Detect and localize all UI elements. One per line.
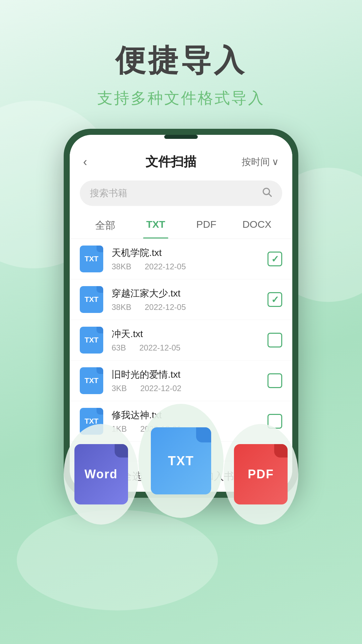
file-date: 2022-12-05 xyxy=(145,303,186,312)
tab-txt[interactable]: TXT xyxy=(130,213,181,238)
pdf-icon: PDF xyxy=(234,444,288,504)
file-checkbox[interactable]: ✓ xyxy=(267,252,282,266)
file-size: 38KB xyxy=(112,262,131,271)
checkmark-icon: ✓ xyxy=(271,294,279,305)
txt-icon: TXT xyxy=(151,427,211,494)
file-meta: 38KB 2022-12-05 xyxy=(112,262,267,271)
file-meta: 3KB 2022-12-02 xyxy=(112,384,267,393)
list-item[interactable]: TXT 冲天.txt 63B 2022-12-05 xyxy=(70,320,292,361)
file-icon-txt: TXT xyxy=(80,286,103,313)
file-info: 冲天.txt 63B 2022-12-05 xyxy=(112,328,267,353)
tab-docx[interactable]: DOCX xyxy=(232,213,282,238)
file-info: 穿越江家大少.txt 38KB 2022-12-05 xyxy=(112,287,267,312)
list-item[interactable]: TXT 穿越江家大少.txt 38KB 2022-12-05 ✓ xyxy=(70,279,292,320)
file-name: 冲天.txt xyxy=(112,328,267,340)
file-meta: 63B 2022-12-05 xyxy=(112,343,267,353)
file-size: 3KB xyxy=(112,384,127,393)
file-meta: 38KB 2022-12-05 xyxy=(112,303,267,312)
main-title: 便捷导入 xyxy=(0,40,362,81)
svg-line-1 xyxy=(269,194,271,196)
file-name: 穿越江家大少.txt xyxy=(112,287,267,300)
file-date: 2022-12-05 xyxy=(145,262,186,271)
file-icon-txt: TXT xyxy=(80,367,103,394)
sort-label: 按时间 xyxy=(242,156,270,168)
file-date: 2022-12-05 xyxy=(139,343,181,353)
tab-all[interactable]: 全部 xyxy=(80,213,130,238)
search-icon xyxy=(261,186,272,200)
file-name: 天机学院.txt xyxy=(112,247,267,259)
file-size: 63B xyxy=(112,343,126,353)
chevron-down-icon: ∨ xyxy=(272,156,279,167)
floating-file-types: Word TXT PDF xyxy=(64,404,298,525)
search-input[interactable]: 搜索书籍 xyxy=(90,187,261,200)
word-circle: Word xyxy=(64,424,138,525)
pdf-circle: PDF xyxy=(224,424,298,525)
tab-bar: 全部 TXT PDF DOCX xyxy=(70,213,292,239)
file-checkbox[interactable] xyxy=(267,333,282,347)
file-icon-txt: TXT xyxy=(80,327,103,354)
tab-pdf[interactable]: PDF xyxy=(181,213,232,238)
list-item[interactable]: TXT 旧时光的爱情.txt 3KB 2022-12-02 xyxy=(70,361,292,401)
sort-button[interactable]: 按时间 ∨ xyxy=(242,156,279,168)
file-checkbox[interactable]: ✓ xyxy=(267,292,282,307)
phone-notch xyxy=(164,135,198,139)
list-item[interactable]: TXT 天机学院.txt 38KB 2022-12-05 ✓ xyxy=(70,239,292,279)
app-header: ‹ 文件扫描 按时间 ∨ xyxy=(70,135,292,177)
file-checkbox[interactable] xyxy=(267,373,282,388)
word-icon: Word xyxy=(74,444,128,504)
back-button[interactable]: ‹ xyxy=(83,155,100,169)
txt-circle: TXT xyxy=(138,404,223,518)
checkmark-icon: ✓ xyxy=(271,254,279,265)
file-name: 旧时光的爱情.txt xyxy=(112,368,267,381)
search-bar[interactable]: 搜索书籍 xyxy=(80,180,282,206)
file-date: 2022-12-02 xyxy=(140,384,181,393)
app-title: 文件扫描 xyxy=(145,153,196,170)
header-section: 便捷导入 支持多种文件格式导入 xyxy=(0,0,362,129)
file-icon-txt: TXT xyxy=(80,246,103,272)
file-size: 38KB xyxy=(112,303,131,312)
phone-mockup: ‹ 文件扫描 按时间 ∨ 搜索书籍 xyxy=(64,129,298,498)
file-info: 天机学院.txt 38KB 2022-12-05 xyxy=(112,247,267,271)
sub-title: 支持多种文件格式导入 xyxy=(0,88,362,109)
file-info: 旧时光的爱情.txt 3KB 2022-12-02 xyxy=(112,368,267,393)
